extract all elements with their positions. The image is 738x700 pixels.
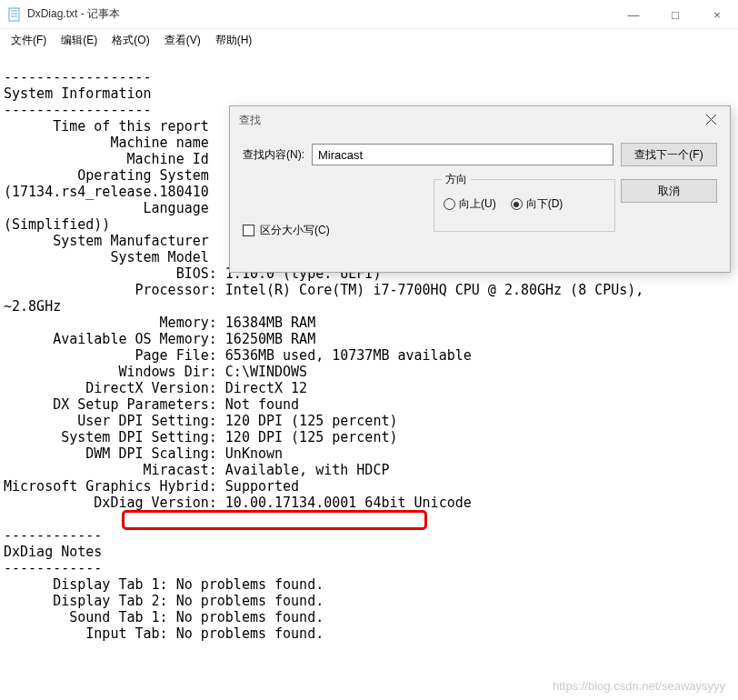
- text-line: System Model: [4, 249, 209, 265]
- menu-help[interactable]: 帮助(H): [208, 31, 260, 50]
- text-line: DxDiag Version: 10.00.17134.0001 64bit U…: [4, 495, 472, 511]
- text-line: ------------------: [4, 102, 152, 118]
- match-case-label: 区分大小写(C): [260, 223, 330, 238]
- text-line: User DPI Setting: 120 DPI (125 percent): [4, 413, 397, 429]
- maximize-button[interactable]: □: [654, 0, 696, 29]
- text-line: Language: [4, 200, 209, 216]
- window-title: DxDiag.txt - 记事本: [27, 6, 613, 22]
- direction-group: 方向 向上(U) 向下(D): [434, 179, 615, 232]
- text-line: ~2.8GHz: [4, 298, 61, 315]
- text-line: Display Tab 1: No problems found.: [4, 576, 324, 593]
- menu-edit[interactable]: 编辑(E): [54, 31, 105, 50]
- text-line: DxDiag Notes: [4, 544, 102, 560]
- find-dialog-title: 查找: [239, 113, 693, 128]
- text-line: System Information: [4, 85, 152, 102]
- find-dialog: 查找 查找内容(N): 查找下一个(F) 取消 方向 向上(U) 向下(D): [229, 105, 731, 273]
- text-line: System Manufacturer: [4, 233, 209, 249]
- text-line: System DPI Setting: 120 DPI (125 percent…: [4, 429, 397, 445]
- radio-icon: [444, 198, 455, 210]
- text-line: Display Tab 2: No problems found.: [4, 593, 324, 609]
- notepad-icon: [7, 7, 22, 22]
- checkbox-icon: [243, 225, 254, 236]
- text-line: Windows Dir: C:\WINDOWS: [4, 364, 307, 380]
- radio-icon: [511, 198, 523, 210]
- text-line: Miracast: Available, with HDCP: [4, 462, 389, 478]
- close-button[interactable]: ×: [696, 0, 738, 29]
- menubar: 文件(F) 编辑(E) 格式(O) 查看(V) 帮助(H): [0, 29, 738, 51]
- radio-down[interactable]: 向下(D): [511, 196, 563, 212]
- text-line: (17134.rs4_release.180410: [4, 184, 209, 200]
- find-titlebar: 查找: [230, 106, 730, 134]
- menu-file[interactable]: 文件(F): [4, 31, 54, 50]
- text-line: Microsoft Graphics Hybrid: Supported: [4, 478, 299, 495]
- watermark: https://blog.csdn.net/seawaysyyy: [553, 679, 725, 693]
- find-content-label: 查找内容(N):: [243, 147, 304, 163]
- text-line: ------------------: [4, 69, 152, 85]
- text-line: DX Setup Parameters: Not found: [4, 396, 299, 413]
- window-controls: — □ ×: [613, 0, 738, 28]
- text-line: DirectX Version: DirectX 12: [4, 380, 307, 396]
- text-line: Memory: 16384MB RAM: [4, 315, 315, 331]
- match-case-checkbox[interactable]: 区分大小写(C): [243, 223, 330, 238]
- radio-up-label: 向上(U): [459, 196, 496, 212]
- radio-up[interactable]: 向上(U): [444, 196, 496, 212]
- window-titlebar: DxDiag.txt - 记事本 — □ ×: [0, 0, 738, 29]
- text-line: ------------: [4, 527, 102, 544]
- direction-label: 方向: [442, 172, 471, 187]
- find-next-button[interactable]: 查找下一个(F): [621, 143, 717, 166]
- text-line: ------------: [4, 560, 102, 576]
- svg-rect-0: [9, 8, 19, 21]
- text-line: Time of this report: [4, 118, 209, 135]
- text-line: DWM DPI Scaling: UnKnown: [4, 445, 283, 462]
- text-line: Input Tab: No problems found.: [4, 625, 324, 642]
- text-line: Machine name: [4, 135, 209, 151]
- menu-format[interactable]: 格式(O): [105, 31, 156, 50]
- find-close-button[interactable]: [693, 106, 729, 132]
- radio-down-label: 向下(D): [526, 196, 563, 212]
- text-line: Machine Id: [4, 151, 209, 167]
- text-line: Processor: Intel(R) Core(TM) i7-7700HQ C…: [4, 282, 643, 298]
- text-line: (Simplified)): [4, 216, 110, 233]
- text-line: Available OS Memory: 16250MB RAM: [4, 331, 315, 347]
- text-line: Operating System: [4, 167, 209, 184]
- menu-view[interactable]: 查看(V): [157, 31, 208, 50]
- text-line: Page File: 6536MB used, 10737MB availabl…: [4, 347, 472, 364]
- text-line: Sound Tab 1: No problems found.: [4, 609, 324, 625]
- find-cancel-button[interactable]: 取消: [621, 179, 717, 203]
- minimize-button[interactable]: —: [613, 0, 654, 29]
- find-input[interactable]: [312, 144, 613, 165]
